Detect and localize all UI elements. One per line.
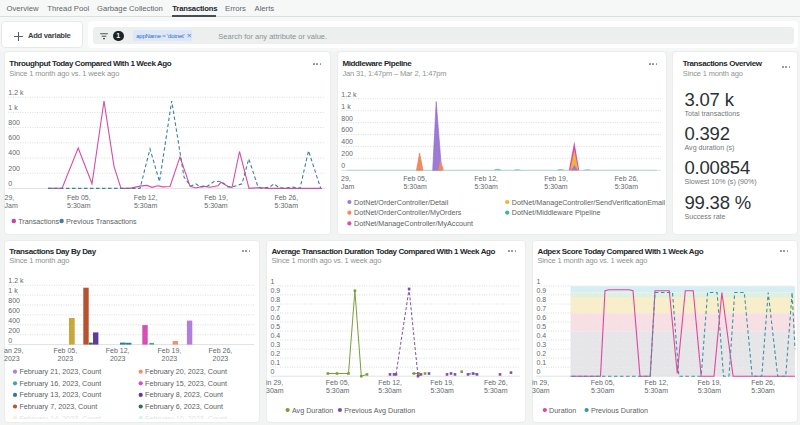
svg-text:0.2: 0.2 <box>271 350 281 357</box>
svg-text:800: 800 <box>8 119 20 126</box>
svg-text:an 29,: an 29, <box>4 347 24 354</box>
svg-text:February 14, 2023, Count: February 14, 2023, Count <box>19 414 101 419</box>
svg-text:0: 0 <box>8 180 12 187</box>
svg-text:2023: 2023 <box>213 355 229 362</box>
svg-text:Avg Duration: Avg Duration <box>292 406 333 415</box>
svg-text:2023: 2023 <box>58 355 74 362</box>
svg-text:800: 800 <box>8 297 20 304</box>
svg-text:5:30am: 5:30am <box>544 183 568 190</box>
svg-text:Feb 19,: Feb 19, <box>698 379 722 386</box>
svg-text:0.6: 0.6 <box>271 314 281 321</box>
svg-text:29,: 29, <box>5 194 15 201</box>
svg-text:February 10, 2023, Count: February 10, 2023, Count <box>145 414 227 419</box>
svg-text:0: 0 <box>537 368 541 375</box>
svg-text:Feb 12,: Feb 12, <box>644 379 668 386</box>
svg-text:Feb 05,: Feb 05, <box>53 347 77 354</box>
svg-text:Feb 19,: Feb 19, <box>544 175 568 182</box>
svg-text:Jam: Jam <box>5 202 18 209</box>
svg-text:0.1: 0.1 <box>271 359 281 366</box>
svg-text:Feb 05,: Feb 05, <box>326 379 350 386</box>
svg-text:5:30am: 5:30am <box>204 202 228 209</box>
svg-text:February 7, 2023, Count: February 7, 2023, Count <box>19 402 97 411</box>
svg-text:in 29,: in 29, <box>532 379 549 386</box>
svg-text:1 k: 1 k <box>8 104 18 111</box>
svg-text:5:30am: 5:30am <box>326 387 350 394</box>
svg-text:Feb 26,: Feb 26, <box>209 347 233 354</box>
svg-text:in 29,: in 29, <box>266 379 283 386</box>
svg-text:30am: 30am <box>532 387 550 394</box>
svg-text:400: 400 <box>8 149 20 156</box>
svg-text:Feb 05,: Feb 05, <box>67 194 91 201</box>
svg-text:Feb 12,: Feb 12, <box>378 379 402 386</box>
svg-text:5:30am: 5:30am <box>134 202 158 209</box>
svg-text:0.7: 0.7 <box>537 305 547 312</box>
svg-text:200: 200 <box>341 150 353 157</box>
svg-text:1.2 k: 1.2 k <box>8 89 24 96</box>
svg-text:Previous Transactions: Previous Transactions <box>66 217 137 226</box>
svg-text:0.1: 0.1 <box>537 359 547 366</box>
svg-text:29,: 29, <box>341 175 351 182</box>
svg-text:0.5: 0.5 <box>537 323 547 330</box>
svg-text:0.5: 0.5 <box>271 323 281 330</box>
svg-text:600: 600 <box>341 126 353 133</box>
svg-text:2023: 2023 <box>162 355 178 362</box>
svg-text:0: 0 <box>8 337 12 344</box>
svg-text:5:30am: 5:30am <box>275 202 299 209</box>
svg-text:DotNet/ManageController/MyAcco: DotNet/ManageController/MyAccount <box>354 219 473 228</box>
svg-text:5:30am: 5:30am <box>591 387 615 394</box>
svg-text:Feb 26,: Feb 26, <box>751 379 775 386</box>
svg-text:5:30am: 5:30am <box>751 387 775 394</box>
svg-text:5:30am: 5:30am <box>484 387 508 394</box>
svg-text:0.7: 0.7 <box>271 305 281 312</box>
svg-text:800: 800 <box>341 115 353 122</box>
svg-text:0.4: 0.4 <box>537 332 547 339</box>
svg-text:0.2: 0.2 <box>537 350 547 357</box>
svg-text:Feb 12,: Feb 12, <box>474 175 498 182</box>
svg-text:Previous Duration: Previous Duration <box>591 406 648 415</box>
svg-text:200: 200 <box>8 165 20 172</box>
svg-text:2023: 2023 <box>4 355 20 362</box>
svg-text:Feb 19,: Feb 19, <box>430 379 454 386</box>
svg-text:400: 400 <box>8 317 20 324</box>
svg-text:Previous Avg Duration: Previous Avg Duration <box>344 406 415 415</box>
svg-text:600: 600 <box>8 134 20 141</box>
svg-text:5:30am: 5:30am <box>698 387 722 394</box>
svg-text:1: 1 <box>271 278 275 285</box>
svg-text:February 13, 2023, Count: February 13, 2023, Count <box>19 390 101 399</box>
svg-text:Feb 26,: Feb 26, <box>274 194 298 201</box>
svg-text:5:30am: 5:30am <box>403 183 427 190</box>
svg-text:5:30am: 5:30am <box>475 183 499 190</box>
svg-text:Transactions: Transactions <box>18 217 59 226</box>
svg-text:February 20, 2023, Count: February 20, 2023, Count <box>145 367 227 376</box>
svg-text:400: 400 <box>341 138 353 145</box>
svg-text:Feb 26,: Feb 26, <box>484 379 508 386</box>
svg-text:5:30am: 5:30am <box>431 387 455 394</box>
svg-text:0.8: 0.8 <box>537 296 547 303</box>
svg-text:Feb 05,: Feb 05, <box>403 175 427 182</box>
svg-text:0.3: 0.3 <box>537 341 547 348</box>
svg-text:1.2 k: 1.2 k <box>8 277 24 284</box>
svg-text:1.2 k: 1.2 k <box>341 91 357 98</box>
svg-text:February 6, 2023, Count: February 6, 2023, Count <box>145 402 223 411</box>
svg-text:0: 0 <box>341 162 345 169</box>
svg-text:0.9: 0.9 <box>537 287 547 294</box>
svg-text:Feb 19,: Feb 19, <box>204 194 228 201</box>
svg-text:February 16, 2023, Count: February 16, 2023, Count <box>19 379 101 388</box>
svg-text:1 k: 1 k <box>341 103 351 110</box>
svg-text:Feb 26,: Feb 26, <box>615 175 639 182</box>
svg-text:600: 600 <box>8 307 20 314</box>
svg-text:30am: 30am <box>266 387 284 394</box>
svg-text:Feb 12,: Feb 12, <box>134 194 158 201</box>
svg-text:February 15, 2023, Count: February 15, 2023, Count <box>145 379 227 388</box>
svg-text:1 k: 1 k <box>8 287 18 294</box>
svg-text:1: 1 <box>537 278 541 285</box>
svg-text:Duration: Duration <box>549 406 576 415</box>
svg-text:5:30am: 5:30am <box>645 387 669 394</box>
svg-text:200: 200 <box>8 327 20 334</box>
svg-text:2023: 2023 <box>110 355 126 362</box>
svg-text:DotNet/Middleware Pipeline: DotNet/Middleware Pipeline <box>512 208 601 217</box>
svg-text:February 8, 2023, Count: February 8, 2023, Count <box>145 390 223 399</box>
svg-text:DotNet/OrderController/Detail: DotNet/OrderController/Detail <box>354 198 449 207</box>
svg-text:0.3: 0.3 <box>271 341 281 348</box>
svg-text:Jam: Jam <box>341 183 354 190</box>
